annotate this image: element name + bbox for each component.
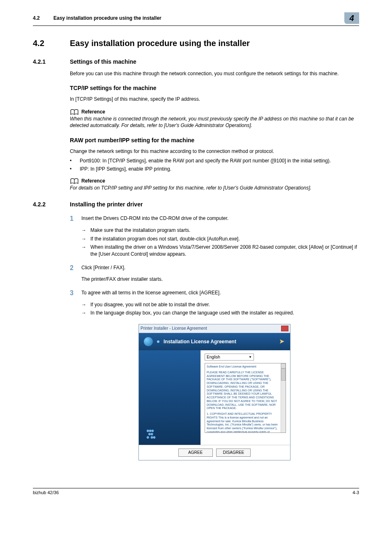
footer-right: 4-3 <box>353 490 359 496</box>
sidebar-decor-icon: ••• ••• •• <box>146 429 155 439</box>
eula-textbox[interactable]: Software End User License Agreement PLEA… <box>205 363 286 433</box>
reference-body: When this machine is connected through t… <box>70 116 359 130</box>
arrow-right-icon: ➤ <box>279 338 284 346</box>
list-item: IPP: In [IPP Settings], enable IPP print… <box>70 166 359 173</box>
step-number-2: 2 <box>70 264 81 273</box>
subsection-number: 4.2.2 <box>33 201 70 209</box>
substep: Make sure that the installation program … <box>81 227 359 234</box>
substep: If you disagree, you will not be able to… <box>81 301 359 308</box>
scrollbar[interactable] <box>281 363 286 432</box>
banner-dot-icon <box>157 340 159 343</box>
language-select[interactable]: English ▼ <box>205 354 254 361</box>
heading-tcpip: TCP/IP settings for the machine <box>70 84 359 92</box>
substep: If the installation program does not sta… <box>81 236 359 243</box>
disagree-button[interactable]: DISAGREE <box>216 449 251 457</box>
subsection-number: 4.2.1 <box>33 58 70 66</box>
reference-label: Reference <box>81 109 105 116</box>
step-number-1: 1 <box>70 214 81 223</box>
list-item: Port9100: In [TCP/IP Settings], enable t… <box>70 157 359 164</box>
language-value: English <box>207 354 220 360</box>
reference-body: For details on TCP/IP setting and IPP se… <box>70 185 359 192</box>
reference-label: Reference <box>81 178 105 185</box>
reference-icon <box>70 109 79 116</box>
eula-paragraph: 1. COPYRIGHT AND INTELLECTUAL PROPERTY R… <box>207 412 280 433</box>
agree-button[interactable]: AGREE <box>178 449 213 457</box>
subsection-title: Installing the printer driver <box>70 201 143 209</box>
dialog-title: Printer Installer - License Agreement <box>141 326 207 331</box>
paragraph: The printer/FAX driver installer starts. <box>81 276 359 283</box>
installer-dialog: Printer Installer - License Agreement In… <box>138 324 291 460</box>
paragraph: Before you can use this machine through … <box>70 70 359 77</box>
step-text: Insert the Drivers CD-ROM into the CD-RO… <box>81 214 359 223</box>
section-title: Easy installation procedure using the in… <box>70 37 250 49</box>
section-number: 4.2 <box>33 37 70 49</box>
eula-heading: Software End User License Agreement <box>207 365 280 369</box>
chapter-badge: 4 <box>344 12 359 24</box>
chevron-down-icon: ▼ <box>249 355 252 359</box>
scroll-thumb[interactable] <box>281 368 286 381</box>
footer-left: bizhub 42/36 <box>33 490 59 496</box>
paragraph: Change the network settings for this mac… <box>70 148 359 155</box>
heading-raw-ipp: RAW port number/IPP setting for the mach… <box>70 136 359 145</box>
step-number-3: 3 <box>70 289 81 298</box>
banner-title: Installation License Agreement <box>164 338 236 345</box>
substep: In the language display box, you can cha… <box>81 310 359 317</box>
running-head-number: 4.2 <box>33 15 53 22</box>
subsection-title: Settings of this machine <box>70 58 136 66</box>
dialog-sidebar: ••• ••• •• <box>139 350 201 445</box>
close-icon[interactable] <box>281 326 288 331</box>
step-text: Click [Printer / FAX]. <box>81 264 359 273</box>
substep: When installing the driver on a Windows … <box>81 244 359 258</box>
eula-paragraph: PLEASE READ CAREFULLY THE LICENSE AGREEM… <box>207 371 280 410</box>
banner-logo-icon <box>144 337 153 346</box>
scroll-up-icon[interactable] <box>281 363 286 368</box>
reference-icon <box>70 178 79 185</box>
step-text: To agree with all terms in the license a… <box>81 289 359 298</box>
paragraph: In [TCP/IP Settings] of this machine, sp… <box>70 96 359 103</box>
header-rule <box>33 25 359 26</box>
running-head-title: Easy installation procedure using the in… <box>53 15 344 22</box>
